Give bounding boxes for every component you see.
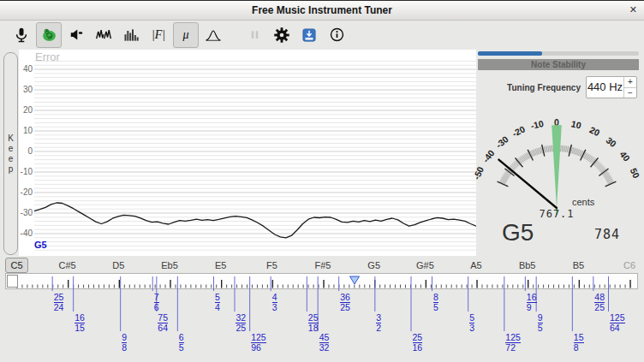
mu-statistics-icon: μ (182, 28, 188, 42)
histogram-button[interactable] (118, 22, 144, 48)
ratio-8-5: 85 (433, 293, 438, 312)
ratio-75-64: 7564 (158, 313, 168, 332)
note-scale: C5 C#5D5Eb5E5F5F#5G5G#5A5Bb5B5C6 2524161… (0, 258, 644, 362)
svg-text:50: 50 (629, 166, 642, 180)
record-icon (301, 27, 317, 43)
histogram-icon (122, 27, 140, 44)
window-title: Free Music Instrument Tuner (0, 4, 644, 16)
y-tick-label: 30 (20, 85, 33, 94)
gaussian-button[interactable] (200, 22, 226, 48)
ratio-7-6: 76 (154, 293, 159, 312)
ratio-16-15: 1615 (75, 313, 85, 332)
ratio-16-9: 169 (527, 293, 537, 312)
pause-icon (248, 28, 261, 41)
ratio-25-18: 2518 (308, 313, 319, 332)
svg-text:30: 30 (605, 134, 619, 149)
info-icon (329, 27, 345, 43)
measured-frequency-readout: 767.1 (531, 208, 582, 220)
ratio-5-4: 54 (215, 293, 220, 312)
y-tick-label: 20 (20, 105, 33, 115)
pitch-marker (350, 276, 360, 284)
svg-text:-30: -30 (493, 134, 510, 150)
microphone-icon (13, 27, 30, 44)
y-tick-label: -40 (20, 228, 33, 238)
chart-note-label: G5 (34, 240, 47, 250)
speaker-mute-button[interactable] (63, 22, 89, 48)
pause-button (242, 22, 267, 48)
svg-text:10: 10 (570, 118, 582, 130)
ratio-25-16: 2516 (413, 333, 423, 352)
ratio-36-25: 3625 (340, 293, 350, 312)
target-frequency-readout: 784 (594, 227, 620, 242)
ratio-125-96: 12596 (251, 333, 266, 352)
info-button[interactable] (324, 22, 349, 48)
fmit-logo-button[interactable] (36, 22, 62, 48)
waveform-icon (95, 27, 112, 44)
ratio-6-5: 65 (179, 333, 184, 352)
record-button[interactable] (296, 22, 322, 48)
title-bar: Free Music Instrument Tuner ✕ (0, 1, 644, 21)
detected-note-label: G5 (502, 219, 534, 246)
ratio-3-2: 32 (376, 313, 381, 332)
toolbar: |F|μ (0, 21, 644, 49)
ratio-9-5: 95 (538, 313, 543, 332)
ratio-25-24: 2524 (54, 293, 64, 312)
svg-text:-20: -20 (510, 123, 527, 139)
keep-button[interactable]: Keep (3, 52, 18, 255)
speaker-mute-icon (69, 27, 85, 43)
cents-unit-label: cents (572, 197, 594, 207)
svg-text:40: 40 (618, 149, 633, 163)
y-tick-label: -10 (20, 167, 33, 176)
ratio-9-8: 98 (122, 333, 127, 352)
microphone-button[interactable] (9, 22, 34, 48)
y-tick-label: -20 (20, 187, 33, 197)
svg-text:-40: -40 (480, 148, 497, 164)
settings-button[interactable] (269, 22, 295, 48)
svg-text:-10: -10 (529, 118, 545, 131)
fourier-button[interactable]: |F| (146, 22, 171, 48)
close-button[interactable]: ✕ (629, 4, 637, 15)
tuner-panel: Note Stability Tuning Frequency 440 Hz +… (478, 50, 639, 256)
ratio-125-64: 12564 (610, 313, 625, 332)
chart-title: Error (35, 50, 60, 63)
ratio-15-8: 158 (574, 333, 584, 352)
y-tick-label: 10 (20, 126, 33, 135)
y-tick-label: -30 (20, 208, 33, 217)
app-window: Free Music Instrument Tuner ✕ |F|μ Keep … (0, 0, 644, 362)
y-tick-label: 40 (20, 64, 33, 74)
error-chart: Error 403020100-10-20-30-40 G5 (19, 50, 476, 256)
mu-statistics-button[interactable]: μ (173, 22, 199, 48)
ratio-48-25: 4825 (594, 293, 605, 312)
chart-line (19, 50, 476, 256)
settings-icon (273, 27, 290, 44)
svg-text:20: 20 (588, 124, 602, 138)
fmit-logo-icon (40, 26, 58, 44)
ratio-125-72: 12572 (505, 333, 521, 352)
ratio-4-3: 43 (272, 293, 277, 312)
gaussian-icon (204, 27, 223, 44)
ratio-45-32: 4532 (319, 333, 330, 352)
y-tick-label: 0 (20, 146, 33, 156)
ratio-5-3: 53 (469, 313, 474, 332)
fourier-icon: |F| (152, 28, 165, 42)
waveform-button[interactable] (91, 22, 116, 48)
ratio-32-25: 3225 (236, 313, 246, 332)
